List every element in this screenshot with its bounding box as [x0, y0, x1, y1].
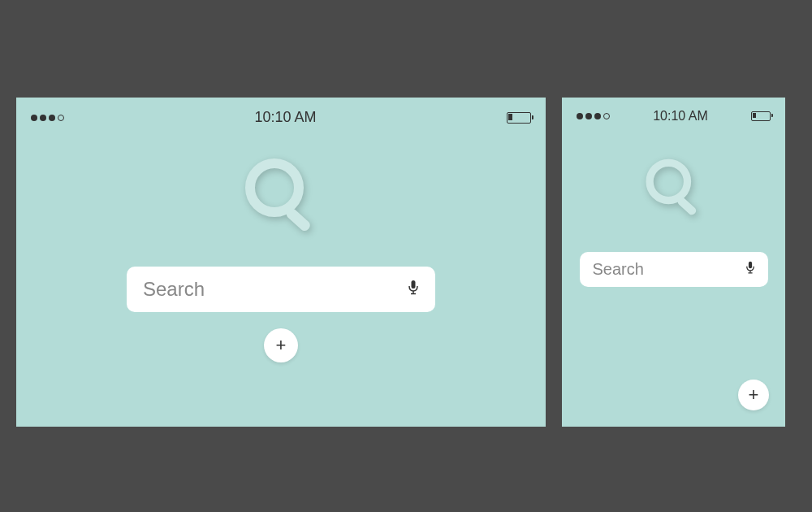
battery-icon — [507, 112, 531, 124]
svg-rect-1 — [284, 206, 312, 232]
plus-icon: + — [276, 336, 287, 354]
signal-indicator — [31, 115, 64, 121]
status-bar: 10:10 AM — [562, 98, 785, 135]
add-button[interactable]: + — [738, 380, 769, 410]
clock-time: 10:10 AM — [254, 109, 316, 126]
signal-dot-icon — [577, 113, 583, 119]
tablet-device: 10:10 AM Search + — [16, 98, 546, 427]
svg-point-0 — [250, 163, 299, 212]
search-placeholder: Search — [593, 260, 644, 279]
magnifier-icon — [639, 155, 708, 228]
clock-time: 10:10 AM — [653, 109, 708, 124]
signal-indicator — [577, 113, 610, 119]
add-button[interactable]: + — [264, 328, 298, 362]
status-bar: 10:10 AM — [16, 98, 546, 137]
signal-dot-icon — [49, 115, 55, 121]
search-placeholder: Search — [143, 278, 205, 301]
svg-rect-7 — [748, 262, 751, 269]
phone-device: 10:10 AM Search + — [562, 98, 785, 427]
search-input[interactable]: Search — [127, 267, 435, 312]
microphone-icon[interactable] — [408, 280, 419, 299]
svg-rect-6 — [676, 196, 698, 216]
magnifier-icon — [236, 154, 326, 246]
signal-dot-icon — [31, 115, 37, 121]
search-input[interactable]: Search — [580, 252, 768, 287]
signal-dot-icon — [585, 113, 592, 119]
battery-icon — [751, 111, 771, 121]
signal-dot-empty-icon — [58, 115, 64, 121]
microphone-icon[interactable] — [745, 261, 755, 278]
signal-dot-icon — [594, 113, 601, 119]
svg-point-5 — [650, 163, 687, 200]
signal-dot-empty-icon — [603, 113, 610, 119]
signal-dot-icon — [40, 115, 46, 121]
svg-rect-2 — [412, 280, 416, 289]
plus-icon: + — [749, 386, 759, 404]
